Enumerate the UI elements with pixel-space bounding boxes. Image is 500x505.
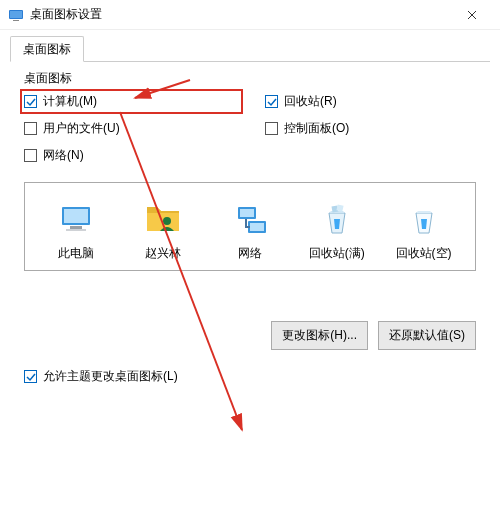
icon-label: 网络	[216, 245, 284, 262]
checkbox-box	[24, 122, 37, 135]
checkbox-label: 控制面板(O)	[284, 120, 349, 137]
close-icon	[467, 10, 477, 20]
checkbox-recycle[interactable]: 回收站(R)	[265, 93, 476, 110]
svg-rect-4	[64, 209, 88, 223]
tab-strip: 桌面图标	[10, 36, 490, 62]
title-bar: 桌面图标设置	[0, 0, 500, 30]
svg-rect-13	[336, 204, 343, 211]
checkbox-userfiles[interactable]: 用户的文件(U)	[24, 120, 235, 137]
checkbox-label: 允许主题更改桌面图标(L)	[43, 368, 178, 385]
svg-rect-11	[250, 223, 264, 231]
this-pc-icon	[56, 199, 96, 239]
recycle-full-icon	[317, 199, 357, 239]
tab-content: 桌面图标 计算机(M) 回收站(R) 用户的文件(U) 控制面板(O)	[0, 62, 500, 395]
icon-label: 赵兴林	[129, 245, 197, 262]
icon-list: 此电脑 赵兴林 网络 回收站(满) 回收站(空)	[24, 182, 476, 271]
icon-label: 回收站(满)	[303, 245, 371, 262]
checkbox-grid: 计算机(M) 回收站(R) 用户的文件(U) 控制面板(O) 网络(N)	[24, 93, 476, 164]
icon-label: 此电脑	[42, 245, 110, 262]
checkbox-network[interactable]: 网络(N)	[24, 147, 235, 164]
checkbox-box	[265, 122, 278, 135]
checkbox-label: 用户的文件(U)	[43, 120, 120, 137]
checkbox-box	[24, 95, 37, 108]
checkbox-box	[24, 370, 37, 383]
checkbox-allow-theme[interactable]: 允许主题更改桌面图标(L)	[24, 368, 476, 385]
change-icon-button[interactable]: 更改图标(H)...	[271, 321, 368, 350]
checkbox-computer[interactable]: 计算机(M)	[20, 89, 243, 114]
checkbox-label: 回收站(R)	[284, 93, 337, 110]
recycle-empty-icon	[404, 199, 444, 239]
icon-network[interactable]: 网络	[216, 199, 284, 262]
icon-recycle-empty[interactable]: 回收站(空)	[390, 199, 458, 262]
svg-rect-9	[240, 209, 254, 217]
checkbox-label: 网络(N)	[43, 147, 84, 164]
checkbox-controlpanel[interactable]: 控制面板(O)	[265, 120, 476, 137]
svg-rect-6	[66, 229, 86, 231]
icon-recycle-full[interactable]: 回收站(满)	[303, 199, 371, 262]
network-icon	[230, 199, 270, 239]
svg-rect-2	[13, 20, 19, 21]
restore-defaults-button[interactable]: 还原默认值(S)	[378, 321, 476, 350]
check-icon	[267, 97, 277, 107]
icon-label: 回收站(空)	[390, 245, 458, 262]
svg-point-7	[163, 217, 171, 225]
check-icon	[26, 372, 36, 382]
icon-this-pc[interactable]: 此电脑	[42, 199, 110, 262]
icon-user-folder[interactable]: 赵兴林	[129, 199, 197, 262]
app-icon	[8, 7, 24, 23]
svg-rect-1	[10, 11, 22, 18]
svg-rect-5	[70, 226, 82, 229]
button-row: 更改图标(H)... 还原默认值(S)	[24, 321, 476, 350]
close-button[interactable]	[452, 1, 492, 29]
checkbox-label: 计算机(M)	[43, 93, 97, 110]
user-folder-icon	[143, 199, 183, 239]
window-title: 桌面图标设置	[30, 6, 452, 23]
group-label: 桌面图标	[24, 70, 476, 87]
checkbox-box	[24, 149, 37, 162]
check-icon	[26, 97, 36, 107]
tab-desktop-icons[interactable]: 桌面图标	[10, 36, 84, 62]
checkbox-box	[265, 95, 278, 108]
